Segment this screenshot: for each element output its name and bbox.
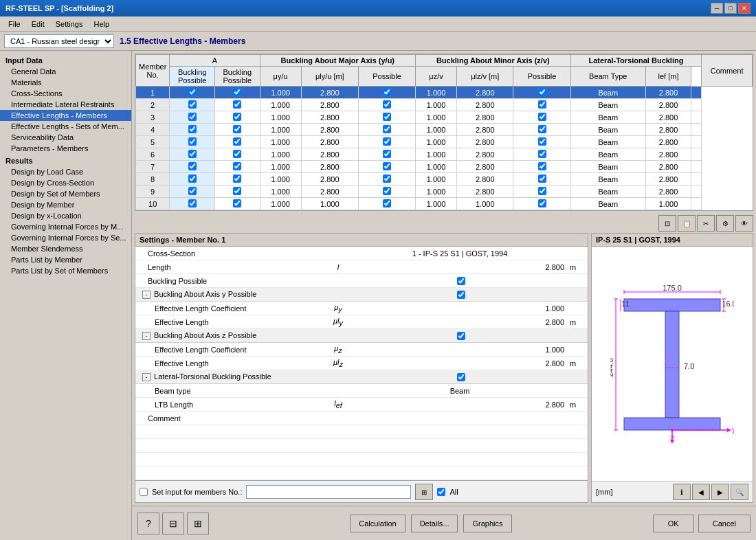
table-cell[interactable] [358, 87, 415, 99]
menu-edit[interactable]: Edit [26, 19, 50, 30]
table-cell[interactable] [358, 148, 415, 161]
members-input-btn[interactable]: ⊞ [415, 484, 433, 500]
table-tool-btn-3[interactable]: ✂ [697, 215, 715, 232]
table-cell[interactable] [358, 198, 415, 210]
table-checkbox[interactable] [233, 187, 241, 195]
table-checkbox[interactable] [188, 125, 197, 133]
table-checkbox[interactable] [538, 175, 546, 183]
cancel-button[interactable]: Cancel [698, 515, 751, 532]
table-tool-btn-1[interactable]: ⊡ [658, 215, 676, 232]
nav-btn-1[interactable]: ? [137, 513, 159, 535]
table-cell[interactable] [513, 173, 570, 185]
checkbox-buckling-possible[interactable] [457, 277, 465, 285]
table-checkbox[interactable] [233, 137, 241, 146]
table-cell[interactable] [214, 198, 260, 210]
expand-icon-ltb[interactable]: - [142, 373, 151, 381]
table-checkbox[interactable] [383, 88, 391, 96]
table-cell[interactable] [358, 136, 415, 148]
sidebar-item-design-xlocation[interactable]: Design by x-Location [0, 210, 131, 221]
table-cell[interactable] [214, 173, 260, 185]
table-cell[interactable] [513, 136, 570, 148]
table-checkbox[interactable] [538, 137, 546, 146]
table-checkbox[interactable] [383, 162, 391, 170]
sidebar-item-design-member[interactable]: Design by Member [0, 199, 131, 210]
table-cell[interactable] [358, 124, 415, 136]
checkbox-ltb-possible[interactable] [457, 373, 465, 381]
table-cell[interactable] [358, 99, 415, 111]
table-checkbox[interactable] [188, 187, 197, 195]
table-cell[interactable] [513, 161, 570, 173]
table-cell[interactable] [170, 173, 215, 185]
nav-btn-2[interactable]: ⊟ [162, 513, 184, 535]
maximize-button[interactable]: □ [724, 3, 737, 14]
table-cell[interactable] [214, 185, 260, 198]
table-cell[interactable] [513, 111, 570, 124]
table-cell[interactable] [358, 161, 415, 173]
calculation-button[interactable]: Calculation [350, 515, 405, 532]
sidebar-item-member-slenderness[interactable]: Member Slenderness [0, 243, 131, 254]
menu-settings[interactable]: Settings [50, 19, 89, 30]
table-checkbox[interactable] [383, 137, 391, 146]
menu-file[interactable]: File [3, 19, 26, 30]
table-cell[interactable] [170, 148, 215, 161]
table-cell[interactable] [513, 148, 570, 161]
table-cell[interactable] [170, 99, 215, 111]
table-checkbox[interactable] [538, 100, 546, 109]
table-row[interactable]: 101.0001.0001.0001.000Beam1.000 [136, 198, 753, 210]
table-cell[interactable] [170, 198, 215, 210]
table-checkbox[interactable] [383, 100, 391, 109]
table-tool-btn-4[interactable]: ⚙ [716, 215, 734, 232]
table-checkbox[interactable] [188, 137, 197, 146]
members-input-field[interactable] [246, 485, 411, 499]
table-row[interactable]: 31.0002.8001.0002.800Beam2.800 [136, 111, 753, 124]
table-cell[interactable] [170, 185, 215, 198]
table-cell[interactable] [513, 124, 570, 136]
table-checkbox[interactable] [383, 150, 391, 158]
table-checkbox[interactable] [188, 199, 197, 207]
table-cell[interactable] [214, 161, 260, 173]
table-cell[interactable] [170, 136, 215, 148]
diagram-info-btn[interactable]: ℹ [673, 484, 691, 500]
table-checkbox[interactable] [383, 199, 391, 207]
table-checkbox[interactable] [538, 125, 546, 133]
table-tool-btn-2[interactable]: 📋 [678, 215, 696, 232]
table-row[interactable]: 41.0002.8001.0002.800Beam2.800 [136, 124, 753, 136]
sidebar-item-parts-list-member[interactable]: Parts List by Member [0, 254, 131, 265]
table-checkbox[interactable] [383, 125, 391, 133]
sidebar-item-parts-list-set[interactable]: Parts List by Set of Members [0, 265, 131, 276]
expand-icon-z[interactable]: - [142, 332, 151, 340]
diagram-zoom-btn[interactable]: 🔍 [731, 484, 748, 500]
table-cell[interactable] [214, 136, 260, 148]
settings-checkbox-ay[interactable] [355, 291, 567, 299]
table-cell[interactable] [513, 87, 570, 99]
graphics-button[interactable]: Graphics [463, 515, 511, 532]
table-checkbox[interactable] [188, 150, 197, 158]
sidebar-item-intermediate-lateral[interactable]: Intermediate Lateral Restraints [0, 99, 131, 110]
table-cell[interactable] [358, 173, 415, 185]
table-checkbox[interactable] [233, 175, 241, 183]
table-cell[interactable] [214, 124, 260, 136]
sidebar-item-effective-lengths-members[interactable]: Effective Lengths - Members [0, 110, 131, 121]
table-row[interactable]: 21.0002.8001.0002.800Beam2.800 [136, 99, 753, 111]
sidebar-item-gov-internal-se[interactable]: Governing Internal Forces by Se... [0, 232, 131, 243]
table-checkbox[interactable] [233, 150, 241, 158]
all-checkbox[interactable] [437, 488, 445, 496]
table-tool-btn-eye[interactable]: 👁 [735, 215, 753, 232]
table-checkbox[interactable] [383, 113, 391, 121]
diagram-next-btn[interactable]: ▶ [711, 484, 729, 500]
table-checkbox[interactable] [383, 175, 391, 183]
table-checkbox[interactable] [188, 100, 197, 109]
table-row[interactable]: 11.0002.8001.0002.800Beam2.800 [136, 87, 753, 99]
design-case-dropdown[interactable]: CA1 - Russian steel design [4, 34, 114, 48]
table-cell[interactable] [214, 87, 260, 99]
sidebar-item-parameters-members[interactable]: Parameters - Members [0, 143, 131, 154]
table-cell[interactable] [170, 87, 215, 99]
table-cell[interactable] [358, 185, 415, 198]
table-checkbox[interactable] [538, 88, 546, 96]
table-row[interactable]: 61.0002.8001.0002.800Beam2.800 [136, 148, 753, 161]
settings-group-axis-y[interactable]: - Buckling About Axis y Possible [135, 288, 588, 302]
table-cell[interactable] [214, 148, 260, 161]
table-checkbox[interactable] [188, 113, 197, 121]
table-checkbox[interactable] [233, 100, 241, 109]
table-row[interactable]: 71.0002.8001.0002.800Beam2.800 [136, 161, 753, 173]
